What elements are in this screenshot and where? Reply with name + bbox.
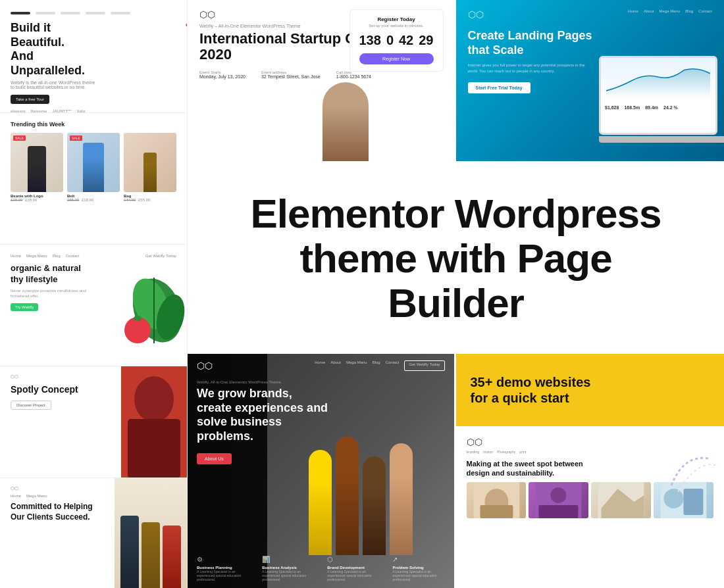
landing-logo: ⬡⬡ bbox=[468, 9, 484, 20]
bottom-right: ⬡⬡ Home About Mega Menu Blog Contact Get… bbox=[188, 354, 724, 588]
product-img-3 bbox=[124, 133, 176, 192]
svg-point-13 bbox=[551, 487, 567, 503]
panel-spotly: ⬡⬡ Spotly Concept Discover Project bbox=[0, 366, 187, 478]
planning-icon: ⚙ bbox=[197, 556, 249, 563]
panel-demos: 35+ demo websites for a quick start ⬡⬡ b… bbox=[456, 354, 725, 588]
svg-point-7 bbox=[134, 376, 174, 422]
product-figure-3 bbox=[124, 133, 176, 192]
panel-conference: ⬡⬡ Webfly – All-in-One Elementor WordPre… bbox=[188, 0, 456, 161]
committed-headline: Committed to Helping Our Clients Succeed… bbox=[11, 502, 96, 522]
product-card-3: Bag £44.00 £55.00 bbox=[124, 133, 176, 202]
agency-supertitle: Webfly, All-in-One Elementor WordPress T… bbox=[197, 380, 328, 384]
brand-flatsome: flatsome bbox=[31, 109, 47, 113]
service-problem: ↗ Problem Solving A Learning Specialist … bbox=[392, 556, 444, 581]
chart-stats: $1,628 168.5m 89.4m 24.2 % bbox=[601, 103, 715, 112]
laptop-base bbox=[599, 136, 724, 143]
agency-person-4 bbox=[390, 443, 413, 555]
brand-jauntt: JAUNTT™ bbox=[52, 109, 72, 113]
left-column: Build it Beautiful. And Unparalleled. We… bbox=[0, 0, 188, 588]
product-img-1: SALE bbox=[11, 133, 63, 192]
problem-desc: A Learning Specialist is an experienced … bbox=[392, 570, 444, 581]
agency-person-3 bbox=[363, 456, 386, 555]
conf-countdown: 138 0 42 29 bbox=[359, 33, 434, 48]
conf-detail-1: Event Starts Monday, July 13, 2020 bbox=[199, 70, 246, 79]
conf-person-photo bbox=[323, 82, 369, 161]
organic-cta[interactable]: Try Webfly bbox=[11, 303, 38, 311]
agency-logo: ⬡⬡ bbox=[197, 360, 213, 371]
design-img-1 bbox=[467, 482, 527, 518]
svg-rect-11 bbox=[480, 505, 513, 518]
organic-desc: Never synergize proactive mindfulness an… bbox=[11, 288, 96, 299]
countdown-m: 42 bbox=[399, 33, 413, 48]
build-cta[interactable]: Take a free Tour bbox=[11, 95, 49, 104]
design-title: Making at the sweet spot between design … bbox=[467, 459, 585, 478]
spotly-discover[interactable]: Discover Project bbox=[11, 401, 51, 410]
service-brand: ⬡ Brand Development A Learning Specialis… bbox=[327, 556, 379, 581]
register-sub: Set up your website in minutes. bbox=[369, 24, 423, 28]
committed-people bbox=[115, 478, 187, 588]
agency-person-2 bbox=[336, 437, 359, 555]
product-badge-1: SALE bbox=[13, 135, 26, 141]
register-btn[interactable]: Register Now bbox=[359, 53, 434, 64]
build-headline: Build it Beautiful. bbox=[11, 21, 103, 49]
chart-area bbox=[601, 58, 715, 103]
service-analysis: 📊 Business Analysis A Learning Specialis… bbox=[262, 556, 314, 581]
landing-title: Create Landing Pages that Scale bbox=[468, 29, 600, 57]
product-price-3: £44.00 £55.00 bbox=[124, 198, 176, 202]
spotly-photo bbox=[121, 366, 187, 478]
person-2 bbox=[142, 522, 160, 588]
brand-element: element bbox=[11, 109, 26, 113]
product-grid: SALE Beanie with Logo £26.00 £18.00 SALE bbox=[11, 133, 176, 202]
countdown-s: 29 bbox=[419, 33, 433, 48]
build-description: Webify is the all-in-one WordPress theme… bbox=[11, 80, 96, 89]
agency-nav-cta[interactable]: Get Webfly Today bbox=[404, 360, 444, 371]
product-img-2: SALE bbox=[67, 133, 120, 192]
conf-details: Event Starts Monday, July 13, 2020 Event… bbox=[199, 70, 442, 79]
product-card-1: SALE Beanie with Logo £26.00 £18.00 bbox=[11, 133, 63, 202]
laptop-mockup: $1,628 168.5m 89.4m 24.2 % bbox=[599, 56, 724, 148]
landing-cta[interactable]: Start Free Trial Today bbox=[468, 82, 530, 93]
landing-nav: Home About Mega Menu Blog Contact bbox=[628, 9, 712, 13]
service-planning: ⚙ Business Planning A Learning Specialis… bbox=[197, 556, 249, 581]
panel-landing: ⬡⬡ Home About Mega Menu Blog Contact Cre… bbox=[456, 0, 725, 161]
panel-build: Build it Beautiful. And Unparalleled. We… bbox=[0, 0, 187, 113]
product-price-1: £26.00 £18.00 bbox=[11, 198, 63, 202]
laptop-screen: $1,628 168.5m 89.4m 24.2 % bbox=[599, 56, 717, 135]
countdown-days: 138 bbox=[359, 33, 381, 48]
conf-detail-2: Event address 32 Tempest Street, San Jos… bbox=[261, 70, 321, 79]
brand-icon: ⬡ bbox=[327, 556, 379, 563]
analysis-icon: 📊 bbox=[262, 556, 314, 563]
svg-rect-14 bbox=[539, 505, 579, 518]
organic-headline: organic & naturalthy lifestyle bbox=[11, 263, 90, 285]
panel-committed: ⬡⬡ Home Mega Menu Get Webfly Today Commi… bbox=[0, 478, 187, 588]
agency-title: We grow brands, create experiences and s… bbox=[197, 387, 328, 443]
landing-sub: Internet gives you full power to target … bbox=[468, 62, 586, 74]
top-right: ⬡⬡ Webfly – All-in-One Elementor WordPre… bbox=[188, 0, 724, 163]
design-img-3 bbox=[591, 482, 651, 518]
person-1 bbox=[120, 516, 139, 588]
right-area: ⬡⬡ Webfly – All-in-One Elementor WordPre… bbox=[188, 0, 724, 588]
product-badge-2: SALE bbox=[70, 135, 82, 141]
main-layout: Build it Beautiful. And Unparalleled. We… bbox=[0, 0, 724, 588]
svg-rect-8 bbox=[128, 419, 180, 478]
main-center: Elementor Wordpress theme with Page Buil… bbox=[188, 163, 724, 354]
problem-icon: ↗ bbox=[392, 556, 444, 563]
panel-organic: Home Mega Menu Blog Contact Get Webfly T… bbox=[0, 245, 187, 366]
person-3 bbox=[163, 526, 181, 588]
conf-detail-3: Call now. 1-800-1234 5674 bbox=[336, 70, 371, 79]
agency-cta[interactable]: About Us bbox=[197, 453, 232, 464]
countdown-h: 0 bbox=[386, 33, 394, 48]
main-title: Elementor Wordpress theme with Page Buil… bbox=[227, 191, 685, 326]
product-figure-2 bbox=[67, 133, 120, 192]
product-price-2: £65.00 £18.00 bbox=[67, 198, 120, 202]
analysis-desc: A Learning Specialist is an experienced … bbox=[262, 570, 314, 581]
panel-agency: ⬡⬡ Home About Mega Menu Blog Contact Get… bbox=[188, 354, 456, 588]
panel-trending: Trending this Week SALE Beanie with Logo… bbox=[0, 113, 187, 245]
product-card-2: SALE Belt £65.00 £18.00 bbox=[67, 133, 120, 202]
agency-person-1 bbox=[309, 450, 332, 555]
design-curves bbox=[665, 446, 717, 501]
demos-text: 35+ demo websites for a quick start bbox=[471, 374, 591, 406]
brand-light: light bbox=[77, 109, 86, 113]
brand-desc: A Learning Specialist is an experienced … bbox=[327, 570, 379, 581]
build-sub-headline: And Unparalleled. bbox=[11, 49, 103, 78]
